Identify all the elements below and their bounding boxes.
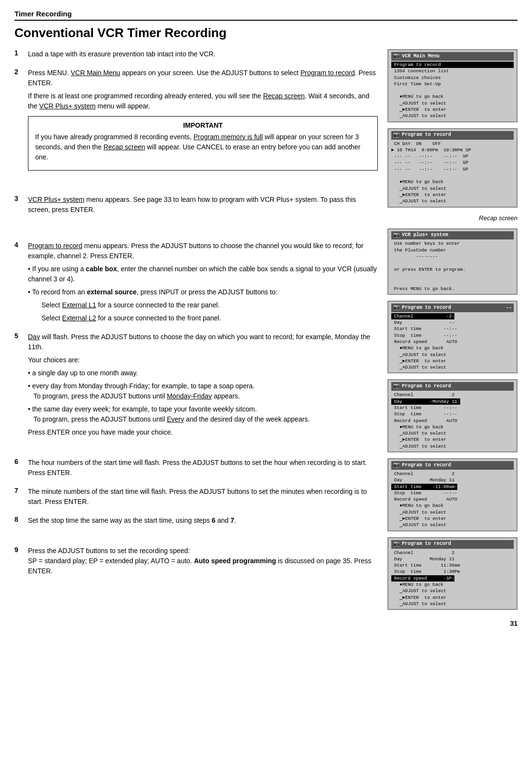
step-1-number: 1: [14, 49, 23, 62]
step-9-content: Press the ADJUST buttons to set the reco…: [28, 546, 378, 579]
prog-record-start-label: Program to record: [402, 462, 451, 469]
step-3-number: 3: [14, 195, 23, 218]
prog-record-channel-title: 📷 Program to record --: [391, 304, 514, 312]
step-7: 7 The minute numbers of the start time w…: [14, 487, 378, 510]
step-6: 6 The hour numbers of the start time wil…: [14, 458, 378, 481]
page-header: Timer Recording: [14, 10, 518, 21]
recap-screen-content: CH DAY ON OFF ► 10 TH14 9:00Pm 10:30Pm S…: [391, 141, 514, 205]
page-number: 31: [14, 620, 518, 627]
camera-icon-2: 📷: [393, 132, 400, 139]
recap-screen-label: Program to record: [402, 132, 451, 139]
step-4-bullet1: • If you are using a cable box, enter th…: [28, 264, 378, 284]
camera-icon-6: 📷: [393, 462, 400, 469]
step-4-content: Program to record menu appears. Press th…: [28, 241, 378, 326]
vcr-main-menu-screen: 📷 VCR Main Menu Program to record 1394 c…: [387, 49, 518, 122]
step-2-para2: If there is at least one programmed reco…: [28, 91, 378, 111]
camera-icon-4: 📷: [393, 304, 400, 312]
step-9-number: 9: [14, 546, 23, 579]
step-5-bullet1: • a single day up to one month away.: [28, 368, 378, 378]
step-2-para1: Press MENU. VCR Main Menu appears on you…: [28, 68, 378, 88]
prog-record-speed-screen: 📷 Program to record Channel 2 Day Monday…: [387, 537, 518, 610]
step-9: 9 Press the ADJUST buttons to set the re…: [14, 546, 378, 579]
prog-record-channel-content: Channel -2- Day -- Start time --:-- Stop…: [391, 313, 514, 371]
step-1-text: Load a tape with its erasure prevention …: [28, 49, 378, 59]
prog-record-speed-title: 📷 Program to record: [391, 540, 514, 549]
step-8-content: Set the stop time the same way as the st…: [28, 516, 378, 529]
vcr-main-menu-title: 📷 VCR Main Menu: [391, 52, 514, 61]
step-4-number: 4: [14, 241, 23, 326]
step-2: 2 Press MENU. VCR Main Menu appears on y…: [14, 68, 378, 177]
step-3-content: VCR Plus+ system menu appears. See page …: [28, 195, 378, 218]
step-4-bullet2: • To record from an external source, pre…: [28, 287, 378, 297]
step-7-content: The minute numbers of the start time wil…: [28, 487, 378, 510]
camera-icon-3: 📷: [393, 232, 400, 239]
screen-column: 📷 VCR Main Menu Program to record 1394 c…: [387, 49, 518, 610]
prog-record-speed-label: Program to record: [402, 541, 451, 548]
important-text: If you have already programmed 8 recordi…: [35, 132, 371, 162]
step-4: 4 Program to record menu appears. Press …: [14, 241, 378, 326]
step-5-choices: Your choices are:: [28, 355, 378, 365]
step-5: 5 Day will flash. Press the ADJUST butto…: [14, 332, 378, 440]
step-5-bullet3: • the same day every week; for example, …: [28, 404, 378, 424]
prog-record-start-content: Channel 2 Day Monday 11 Start time -11:0…: [391, 471, 514, 529]
step-3-text: VCR Plus+ system menu appears. See page …: [28, 195, 378, 215]
recap-screen-title: 📷 Program to record: [391, 131, 514, 140]
step-1: 1 Load a tape with its erasure preventio…: [14, 49, 378, 62]
step-8-text: Set the stop time the same way as the st…: [28, 516, 378, 526]
important-box: IMPORTANT If you have already programmed…: [28, 116, 378, 171]
step-3: 3 VCR Plus+ system menu appears. See pag…: [14, 195, 378, 218]
step-4-ext1: Select External L1 for a source connecte…: [41, 300, 378, 310]
step-5-number: 5: [14, 332, 23, 440]
step-9-text: Press the ADJUST buttons to set the reco…: [28, 546, 378, 576]
prog-record-channel-label: Program to record: [402, 304, 451, 312]
step-5-after: Press ENTER once you have made your choi…: [28, 427, 378, 437]
step-2-content: Press MENU. VCR Main Menu appears on you…: [28, 68, 378, 177]
step-6-content: The hour numbers of the start time will …: [28, 458, 378, 481]
step-7-text: The minute numbers of the start time wil…: [28, 487, 378, 507]
camera-icon-5: 📷: [393, 383, 400, 390]
vcr-plus-label: VCR plus+ system: [402, 232, 448, 239]
camera-icon: 📷: [393, 53, 400, 60]
prog-record-day-label: Program to record: [402, 383, 451, 390]
prog-record-day-screen: 📷 Program to record Channel 2 Day -Monda…: [387, 379, 518, 452]
prog-record-channel-indicator: --: [506, 304, 512, 312]
step-1-content: Load a tape with its erasure prevention …: [28, 49, 378, 62]
step-4-intro: Program to record menu appears. Press th…: [28, 241, 378, 261]
prog-record-start-screen: 📷 Program to record Channel 2 Day Monday…: [387, 458, 518, 531]
page-title: Conventional VCR Timer Recording: [14, 26, 518, 40]
vcr-plus-title: 📷 VCR plus+ system: [391, 231, 514, 240]
step-5-intro: Day will flash. Press the ADJUST buttons…: [28, 332, 378, 352]
vcr-plus-screen: 📷 VCR plus+ system Use number keys to en…: [387, 228, 518, 295]
step-4-ext2: Select External L2 for a source connecte…: [41, 313, 378, 323]
prog-record-channel-screen: 📷 Program to record -- Channel -2- Day -…: [387, 301, 518, 374]
step-5-content: Day will flash. Press the ADJUST buttons…: [28, 332, 378, 440]
step-8-number: 8: [14, 516, 23, 529]
prog-record-start-title: 📷 Program to record: [391, 461, 514, 470]
prog-record-day-title: 📷 Program to record: [391, 382, 514, 391]
recap-screen: 📷 Program to record CH DAY ON OFF ► 10 T…: [387, 128, 518, 208]
step-7-number: 7: [14, 487, 23, 510]
recap-screen-caption: Recap screen: [387, 214, 518, 222]
vcr-main-menu-label: VCR Main Menu: [402, 53, 439, 60]
step-5-bullet2: • every day from Monday through Friday; …: [28, 381, 378, 401]
step-6-text: The hour numbers of the start time will …: [28, 458, 378, 478]
step-2-number: 2: [14, 68, 23, 177]
step-6-number: 6: [14, 458, 23, 481]
vcr-plus-content: Use number keys to enter the PlusCode nu…: [391, 240, 514, 291]
prog-record-speed-content: Channel 2 Day Monday 11 Start time 11:30…: [391, 550, 514, 608]
camera-icon-7: 📷: [393, 541, 400, 548]
important-title: IMPORTANT: [35, 121, 371, 129]
step-8: 8 Set the stop time the same way as the …: [14, 516, 378, 529]
prog-record-day-content: Channel 2 Day -Monday 11- Start time --:…: [391, 392, 514, 450]
vcr-main-menu-content: Program to record 1394 connection list C…: [391, 62, 514, 119]
